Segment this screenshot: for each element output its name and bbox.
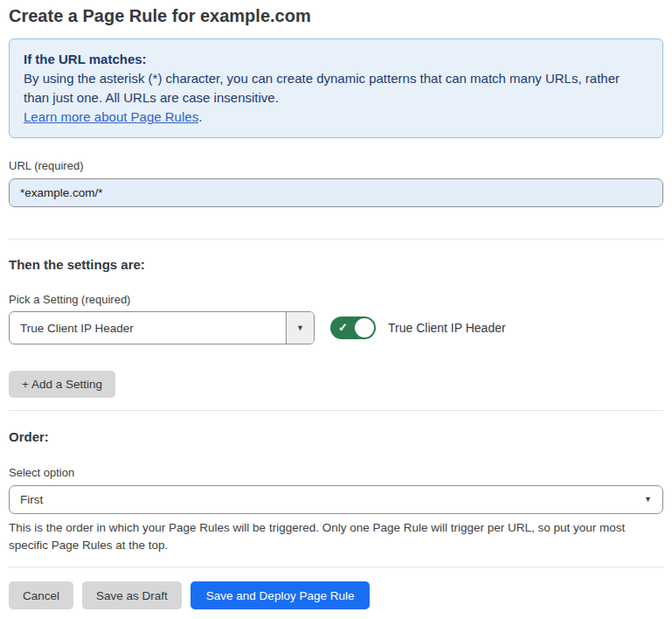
info-box-link-line: Learn more about Page Rules.	[24, 108, 648, 127]
order-section-heading: Order:	[9, 429, 663, 445]
check-icon: ✓	[338, 321, 348, 334]
order-help-text: This is the order in which your Page Rul…	[9, 519, 663, 554]
setting-toggle[interactable]: ✓	[330, 316, 376, 339]
divider	[9, 239, 663, 240]
url-match-info-box: If the URL matches: By using the asteris…	[9, 38, 663, 138]
settings-section-heading: Then the settings are:	[9, 257, 663, 273]
footer-actions: Cancel Save as Draft Save and Deploy Pag…	[9, 581, 663, 609]
info-box-body: By using the asterisk (*) character, you…	[24, 69, 648, 108]
page-rule-form: Create a Page Rule for example.com If th…	[0, 0, 672, 609]
url-field-label: URL (required)	[9, 159, 663, 172]
chevron-down-icon: ▼	[296, 324, 304, 332]
add-setting-button[interactable]: + Add a Setting	[9, 371, 115, 398]
save-as-draft-button[interactable]: Save as Draft	[82, 581, 182, 609]
learn-more-link[interactable]: Learn more about Page Rules	[24, 109, 198, 124]
setting-picker-label: Pick a Setting (required)	[9, 293, 663, 306]
order-select[interactable]: First ▼	[9, 485, 663, 514]
setting-select-value: True Client IP Header	[10, 312, 286, 344]
setting-select-arrow-button[interactable]: ▼	[286, 312, 314, 344]
link-suffix: .	[198, 109, 202, 124]
page-title: Create a Page Rule for example.com	[9, 5, 663, 26]
save-and-deploy-button[interactable]: Save and Deploy Page Rule	[191, 581, 371, 609]
setting-row: True Client IP Header ▼ ✓ True Client IP…	[9, 311, 663, 344]
order-select-label: Select option	[9, 466, 663, 479]
url-input[interactable]	[9, 178, 663, 207]
divider	[9, 410, 663, 411]
setting-toggle-label: True Client IP Header	[388, 321, 506, 335]
info-box-heading: If the URL matches:	[24, 50, 648, 69]
toggle-knob	[355, 318, 374, 337]
divider	[9, 567, 663, 567]
chevron-down-icon: ▼	[644, 496, 652, 504]
order-select-value: First	[20, 493, 43, 506]
setting-select[interactable]: True Client IP Header ▼	[9, 311, 315, 344]
cancel-button[interactable]: Cancel	[9, 581, 73, 609]
